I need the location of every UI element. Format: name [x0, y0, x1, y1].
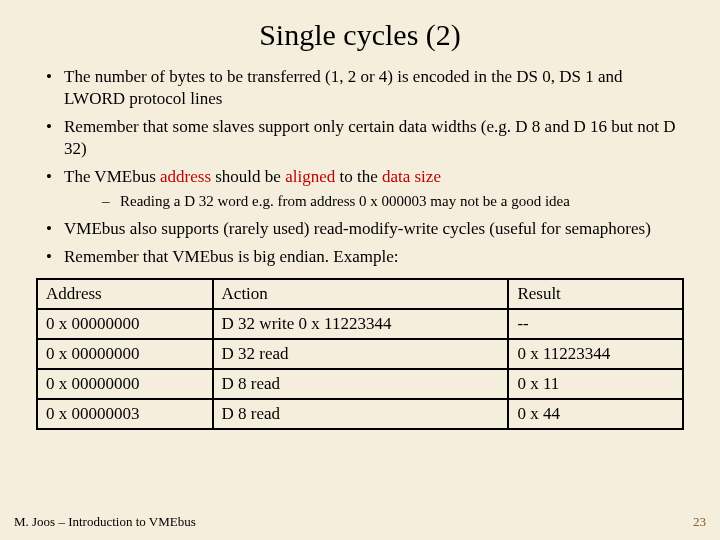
- table-cell: D 8 read: [213, 399, 509, 429]
- text: The VMEbus: [64, 167, 160, 186]
- table-cell: D 32 write 0 x 11223344: [213, 309, 509, 339]
- table-row: 0 x 00000003 D 8 read 0 x 44: [37, 399, 683, 429]
- text: to the: [335, 167, 382, 186]
- example-table: Address Action Result 0 x 00000000 D 32 …: [36, 278, 684, 430]
- table-row: 0 x 00000000 D 32 write 0 x 11223344 --: [37, 309, 683, 339]
- table-cell: 0 x 00000000: [37, 309, 213, 339]
- table-cell: 0 x 00000000: [37, 369, 213, 399]
- slide-title: Single cycles (2): [36, 18, 684, 52]
- table-cell: --: [508, 309, 683, 339]
- bullet-item: The VMEbus address should be aligned to …: [36, 166, 684, 212]
- table-cell: 0 x 00000000: [37, 339, 213, 369]
- footer-author: M. Joos – Introduction to VMEbus: [14, 514, 196, 530]
- bullet-item: VMEbus also supports (rarely used) read-…: [36, 218, 684, 240]
- table-header: Result: [508, 279, 683, 309]
- text: should be: [211, 167, 285, 186]
- text-highlight: data size: [382, 167, 441, 186]
- table-header: Action: [213, 279, 509, 309]
- bullet-item: Remember that VMEbus is big endian. Exam…: [36, 246, 684, 268]
- slide-body: Single cycles (2) The number of bytes to…: [0, 0, 720, 430]
- page-number: 23: [693, 514, 706, 530]
- table-cell: 0 x 11: [508, 369, 683, 399]
- table-row: 0 x 00000000 D 32 read 0 x 11223344: [37, 339, 683, 369]
- bullet-item: Remember that some slaves support only c…: [36, 116, 684, 160]
- text-highlight: aligned: [285, 167, 335, 186]
- table-cell: 0 x 44: [508, 399, 683, 429]
- sub-bullet-list: Reading a D 32 word e.g. from address 0 …: [64, 192, 684, 212]
- table-row: 0 x 00000000 D 8 read 0 x 11: [37, 369, 683, 399]
- sub-bullet-item: Reading a D 32 word e.g. from address 0 …: [64, 192, 684, 212]
- text-highlight: address: [160, 167, 211, 186]
- table-header: Address: [37, 279, 213, 309]
- table-cell: D 32 read: [213, 339, 509, 369]
- table-cell: D 8 read: [213, 369, 509, 399]
- table-cell: 0 x 11223344: [508, 339, 683, 369]
- table-cell: 0 x 00000003: [37, 399, 213, 429]
- table-row: Address Action Result: [37, 279, 683, 309]
- bullet-item: The number of bytes to be transferred (1…: [36, 66, 684, 110]
- bullet-list: The number of bytes to be transferred (1…: [36, 66, 684, 268]
